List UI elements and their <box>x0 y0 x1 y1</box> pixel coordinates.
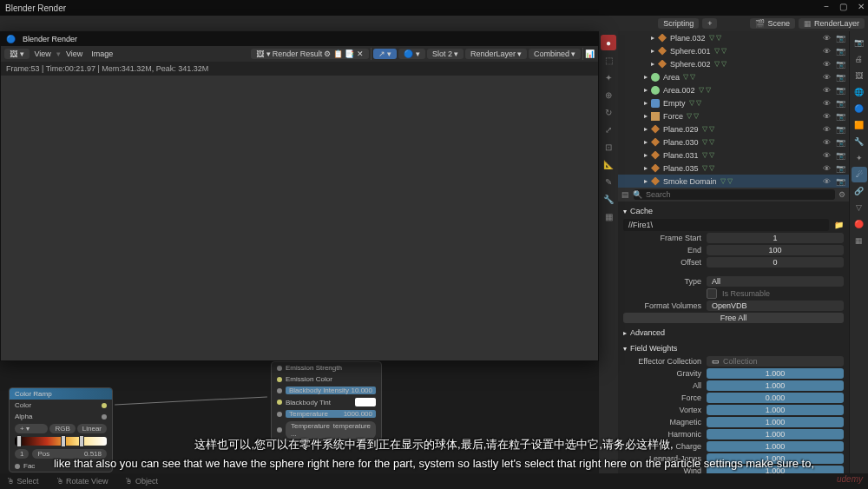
close-sidebar-icon[interactable]: ● <box>601 35 616 50</box>
pivot-icon[interactable]: 🔵 ▾ <box>398 49 425 59</box>
tool-icon[interactable]: ⬚ <box>601 52 616 68</box>
resumable-checkbox[interactable] <box>707 288 717 299</box>
add-workspace[interactable]: + <box>702 18 717 29</box>
modifier-tab-icon[interactable]: 🔧 <box>852 134 867 149</box>
weight-slider[interactable]: 1.000 <box>707 417 844 427</box>
node-header: Color Ramp <box>10 388 112 400</box>
weight-slider[interactable]: 1.000 <box>707 405 844 415</box>
layer-selector[interactable]: RenderLayer ▾ <box>465 49 527 59</box>
slot-selector[interactable]: Slot 2 ▾ <box>427 49 464 59</box>
scene-tab-icon[interactable]: 🌐 <box>852 84 867 100</box>
render-window-header: 🖼 ▾ View ▾ View Image 🖼 ▾ Render Result … <box>1 46 598 62</box>
channels-btn[interactable]: 📊 <box>585 50 595 58</box>
render-result-window[interactable]: 🔵Blender Render 🖼 ▾ View ▾ View Image 🖼 … <box>0 31 599 361</box>
subtitle-english: like that also you can see that we have … <box>0 457 868 470</box>
maximize-button[interactable]: ▢ <box>839 2 847 11</box>
outliner-item[interactable]: ▸Plane.035▽ ▽👁📷 <box>618 162 849 175</box>
properties-tabs: 📷 🖨 🖼 🌐 🔵 🟧 🔧 ✦ ☄ 🔗 ▽ 🔴 ▦ <box>849 31 868 489</box>
advanced-section[interactable]: Advanced <box>623 327 844 339</box>
texture-tab-icon[interactable]: ▦ <box>852 233 867 248</box>
tool-icon[interactable]: 📐 <box>601 156 616 172</box>
physics-tab-icon[interactable]: ☄ <box>852 167 867 182</box>
app-title: Blender Render <box>5 3 66 13</box>
search-icon: 🔍 <box>633 190 642 199</box>
viewlayer-tab-icon[interactable]: 🖼 <box>852 68 867 83</box>
tool-icon[interactable]: ⊕ <box>601 87 616 102</box>
outliner[interactable]: ▸Plane.032▽ ▽👁📷▸Sphere.001▽ ▽👁📷▸Sphere.0… <box>618 31 849 188</box>
filter-icon[interactable]: ▤ <box>621 190 629 199</box>
close-button[interactable]: ✕ <box>858 2 865 11</box>
tool-icon[interactable]: 🔧 <box>601 191 616 207</box>
scene-selector[interactable]: 🎬Scene <box>750 18 795 29</box>
output-tab-icon[interactable]: 🖨 <box>852 51 867 67</box>
render-window-titlebar[interactable]: 🔵Blender Render <box>1 32 598 46</box>
outliner-item[interactable]: ▸Smoke Domain▽ ▽👁📷 <box>618 175 849 188</box>
outliner-item[interactable]: ▸Force▽ ▽👁📷 <box>618 109 849 122</box>
outliner-item[interactable]: ▸Sphere.001▽ ▽👁📷 <box>618 44 849 57</box>
tool-icon[interactable]: ⤢ <box>601 122 616 137</box>
mesh-tab-icon[interactable]: ▽ <box>852 200 867 215</box>
cache-section[interactable]: Cache <box>623 205 844 217</box>
status-bar: 🖱 Select 🖱 Rotate View 🖱 Object <box>0 473 868 489</box>
outliner-item[interactable]: ▸Plane.032▽ ▽👁📷 <box>618 31 849 44</box>
outliner-item[interactable]: ▸Empty▽ ▽👁📷 <box>618 96 849 109</box>
view-layer-selector[interactable]: ▦RenderLayer <box>799 18 865 29</box>
tool-icon[interactable]: ⊡ <box>601 139 616 155</box>
menu-image[interactable]: Image <box>88 50 116 58</box>
frame-start-field[interactable]: 1 <box>707 233 844 243</box>
material-tab-icon[interactable]: 🔴 <box>852 216 867 232</box>
cache-type-select[interactable]: All <box>707 276 844 287</box>
weight-slider[interactable]: 0.000 <box>707 393 844 403</box>
render-status: Frame:53 | Time:00:21.97 | Mem:341.32M, … <box>1 62 598 76</box>
workspace-tab-scripting[interactable]: Scripting <box>658 18 699 29</box>
outliner-item[interactable]: ▸Plane.029▽ ▽👁📷 <box>618 122 849 135</box>
effector-collection-field[interactable]: ▭Collection <box>707 356 844 367</box>
weight-slider[interactable]: 1.000 <box>707 380 844 391</box>
filter-adj-icon[interactable]: ⚙ <box>838 190 845 199</box>
search-input[interactable] <box>634 189 835 200</box>
render-tab-icon[interactable]: 📷 <box>852 35 867 50</box>
subtitle-chinese: 这样也可以,您可以在零件系统中看到正在显示的球体,最后,请在粒子设置中选中它,请… <box>0 437 868 453</box>
outliner-item[interactable]: ▸Sphere.002▽ ▽👁📷 <box>618 57 849 70</box>
tool-icon[interactable]: ↻ <box>601 104 616 120</box>
free-all-button[interactable]: Free All <box>623 313 844 323</box>
constraint-tab-icon[interactable]: 🔗 <box>852 183 867 199</box>
display-mode[interactable]: ↗ ▾ <box>373 49 398 59</box>
editor-type-icon[interactable]: 🖼 ▾ <box>4 49 30 59</box>
outliner-item[interactable]: ▸Plane.031▽ ▽👁📷 <box>618 149 849 162</box>
workspace-header: Scripting + 🎬Scene ▦RenderLayer <box>0 16 868 31</box>
object-tab-icon[interactable]: 🟧 <box>852 117 867 133</box>
tool-icon[interactable]: ▦ <box>601 208 616 224</box>
watermark: udemy <box>837 474 863 484</box>
open-folder-icon[interactable]: 📁 <box>834 221 844 229</box>
world-tab-icon[interactable]: 🔵 <box>852 101 867 116</box>
offset-field[interactable]: 0 <box>707 257 844 268</box>
outliner-item[interactable]: ▸Area.002▽ ▽👁📷 <box>618 83 849 96</box>
field-weights-section[interactable]: Field Weights <box>623 342 844 354</box>
os-titlebar: Blender Render − ▢ ✕ <box>0 0 868 16</box>
frame-end-field[interactable]: 100 <box>707 245 844 255</box>
image-datablock[interactable]: 🖼 ▾ Render Result ⚙ 📋 📑 ✕ <box>251 49 369 59</box>
outliner-item[interactable]: ▸Area▽ ▽👁📷 <box>618 70 849 83</box>
pass-selector[interactable]: Combined ▾ <box>529 49 581 59</box>
cache-path-field[interactable]: //Fire1\ <box>623 219 829 231</box>
tool-icon[interactable]: ✦ <box>601 69 616 85</box>
minimize-button[interactable]: − <box>824 2 829 11</box>
tool-icon[interactable]: ✎ <box>601 174 616 189</box>
outliner-item[interactable]: ▸Plane.030▽ ▽👁📷 <box>618 135 849 149</box>
toolbar-left: ● ⬚ ✦ ⊕ ↻ ⤢ ⊡ 📐 ✎ 🔧 ▦ <box>599 31 618 489</box>
format-select[interactable]: OpenVDB <box>707 301 844 311</box>
particles-tab-icon[interactable]: ✦ <box>852 150 867 166</box>
menu-view-2[interactable]: View <box>62 50 86 58</box>
weight-slider[interactable]: 1.000 <box>707 368 844 379</box>
menu-view[interactable]: View <box>31 50 55 58</box>
principled-volume-node[interactable]: Emission Strength Emission Color Blackbo… <box>271 361 382 441</box>
